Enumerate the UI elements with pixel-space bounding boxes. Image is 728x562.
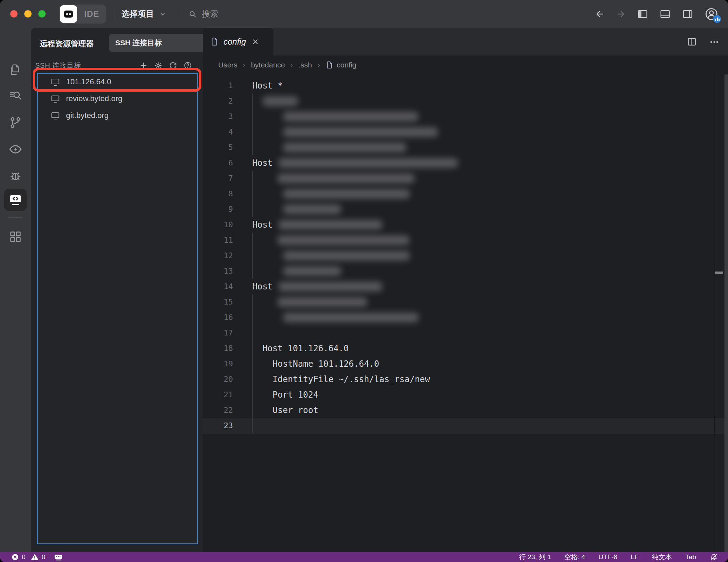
titlebar-actions	[594, 0, 719, 28]
line-number: 16	[203, 310, 233, 325]
code-text: IdentityFile ~/.ssh/las_rsa/new	[233, 372, 430, 387]
tab-size-status[interactable]: Tab	[685, 553, 696, 561]
code-line-row[interactable]: 18 Host 101.126.64.0	[203, 341, 728, 356]
close-tab-icon[interactable]	[252, 38, 259, 46]
breadcrumb-file[interactable]: config	[325, 61, 356, 69]
file-icon	[325, 61, 334, 69]
code-line-row[interactable]: 16	[203, 310, 728, 325]
split-editor-icon[interactable]	[687, 37, 697, 47]
line-number: 21	[203, 387, 233, 403]
code-line-row[interactable]: 5	[203, 140, 728, 155]
connection-type-value: SSH 连接目标	[115, 38, 162, 48]
minimize-window-button[interactable]	[24, 10, 32, 18]
search-view-icon[interactable]	[0, 85, 31, 107]
back-button[interactable]	[594, 9, 605, 19]
code-line-row[interactable]: 7	[203, 171, 728, 186]
code-line-row[interactable]: 10Host	[203, 217, 728, 233]
line-number-current: 23	[203, 418, 233, 433]
line-number: 10	[203, 217, 233, 233]
ssh-target-item[interactable]: review.byted.org	[38, 90, 197, 107]
eol-status[interactable]: LF	[631, 553, 638, 561]
code-line-row[interactable]: 22 User root	[203, 403, 728, 418]
app-name: IDE	[77, 9, 106, 19]
code-text: Host	[233, 155, 273, 171]
project-selector[interactable]: 选择项目	[122, 0, 167, 28]
workbench-content: 远程资源管理器 SSH 连接目标 SSH 连接目标	[31, 28, 728, 552]
breadcrumb-item[interactable]: .ssh	[298, 61, 312, 69]
breadcrumb-separator: ›	[291, 61, 293, 69]
code-line-row[interactable]: 2	[203, 93, 728, 109]
toggle-secondary-sidebar-icon[interactable]	[682, 8, 694, 20]
code-editor[interactable]: 1Host * 2 3 4 5 6Host 7 8 9 10Host 11 12…	[203, 74, 728, 552]
code-text	[233, 263, 252, 279]
code-text	[233, 418, 252, 433]
toggle-sidebar-icon[interactable]	[637, 8, 649, 20]
source-control-icon[interactable]	[0, 111, 31, 134]
code-line-row[interactable]: 3	[203, 109, 728, 124]
activity-bar-divider	[8, 217, 22, 218]
code-line-row[interactable]: 15	[203, 294, 728, 310]
line-number: 7	[203, 171, 233, 186]
project-selector-label: 选择项目	[122, 8, 154, 19]
code-text	[233, 93, 252, 109]
code-line-row[interactable]: 23	[203, 418, 728, 433]
line-number: 11	[203, 233, 233, 248]
explorer-icon[interactable]	[0, 59, 31, 81]
line-number: 8	[203, 186, 233, 202]
activity-bar	[0, 28, 31, 552]
close-window-button[interactable]	[10, 10, 18, 18]
breadcrumb-item[interactable]: Users	[218, 61, 238, 69]
language-mode-status[interactable]: 纯文本	[652, 553, 672, 562]
toggle-panel-icon[interactable]	[659, 8, 671, 20]
indentation-status[interactable]: 空格: 4	[564, 553, 585, 562]
line-number: 12	[203, 248, 233, 263]
zoom-window-button[interactable]	[38, 10, 46, 18]
code-text: User root	[233, 403, 318, 418]
notifications-muted-icon[interactable]	[709, 553, 718, 562]
breadcrumb: Users › bytedance › .ssh › config	[203, 55, 728, 74]
code-line-row[interactable]: 17	[203, 325, 728, 341]
code-line-row[interactable]: 9	[203, 202, 728, 217]
ssh-target-item[interactable]: git.byted.org	[38, 107, 197, 124]
status-bar: 0 0 行 23, 列 1 空格: 4 UTF-8 LF 纯文本 Tab	[0, 552, 728, 562]
ai-eye-icon[interactable]	[0, 138, 31, 161]
code-line-row[interactable]: 14Host	[203, 279, 728, 294]
encoding-status[interactable]: UTF-8	[598, 553, 617, 561]
code-text	[233, 325, 252, 341]
code-line-row[interactable]: 21 Port 1024	[203, 387, 728, 403]
remote-explorer-icon[interactable]	[0, 189, 31, 211]
chevron-down-icon	[159, 10, 167, 18]
forward-button[interactable]	[616, 9, 626, 19]
warning-icon	[31, 553, 39, 561]
extensions-icon[interactable]	[0, 226, 31, 248]
title-bar: IDE 选择项目 搜索	[0, 0, 728, 28]
code-line-row[interactable]: 1Host *	[203, 78, 728, 93]
account-badge-icon	[713, 15, 721, 23]
code-line-row[interactable]: 19 HostName 101.126.64.0	[203, 356, 728, 372]
code-line-row[interactable]: 12	[203, 248, 728, 263]
titlebar-divider	[178, 8, 178, 20]
code-text: Host	[233, 217, 273, 233]
debug-icon[interactable]	[0, 164, 31, 187]
sidebar-title: 远程资源管理器	[40, 39, 94, 49]
problems-status[interactable]: 0 0	[11, 553, 45, 561]
tab-config[interactable]: config	[203, 28, 273, 55]
global-search[interactable]: 搜索	[188, 0, 218, 28]
code-text	[233, 124, 252, 140]
code-line-row[interactable]: 6Host	[203, 155, 728, 171]
code-line-row[interactable]: 8	[203, 186, 728, 202]
tab-bar: config	[203, 28, 728, 55]
warning-count: 0	[42, 553, 46, 561]
account-avatar[interactable]	[704, 7, 719, 21]
ports-status[interactable]	[54, 553, 63, 562]
code-line-row[interactable]: 11	[203, 233, 728, 248]
remote-host-icon	[51, 111, 60, 120]
code-line-row[interactable]: 4	[203, 124, 728, 140]
code-line-row[interactable]: 20 IdentityFile ~/.ssh/las_rsa/new	[203, 372, 728, 387]
cursor-position-status[interactable]: 行 23, 列 1	[519, 553, 551, 562]
more-actions-icon[interactable]	[709, 37, 720, 47]
code-line-row[interactable]: 13	[203, 263, 728, 279]
code-text	[233, 202, 252, 217]
app-logo-group[interactable]: IDE	[59, 5, 106, 24]
breadcrumb-item[interactable]: bytedance	[251, 61, 285, 69]
